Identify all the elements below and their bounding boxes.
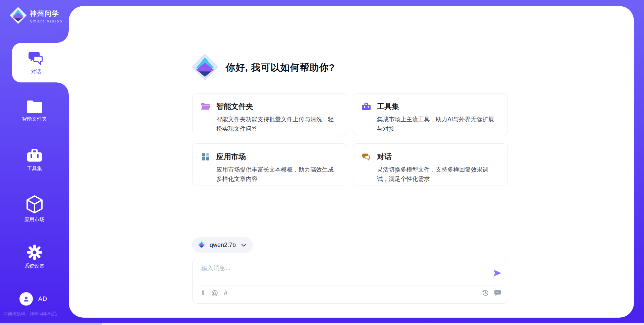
brand-name: 神州问学 xyxy=(30,9,63,18)
model-selector[interactable]: qwen2:7b xyxy=(192,237,253,253)
toolbox-icon xyxy=(26,148,43,163)
brand-logo-icon xyxy=(9,7,27,25)
sidebar-item-chat[interactable]: 对话 xyxy=(12,43,69,82)
composer-toolbar-left: @ # xyxy=(201,289,227,297)
chat-icon xyxy=(28,51,45,66)
folder-icon xyxy=(26,99,43,113)
card-smart-folder[interactable]: 智能文件夹 智能文件夹功能支持批量文件上传与清洗，轻松实现文件问答 xyxy=(192,93,347,135)
chat-icon xyxy=(361,153,371,161)
chevron-down-icon xyxy=(241,244,246,247)
person-icon xyxy=(22,295,30,303)
greeting-row: 你好, 我可以如何帮助你? xyxy=(191,54,335,82)
toolbox-icon xyxy=(361,102,371,111)
message-composer: @ # xyxy=(192,259,508,304)
user-profile[interactable]: AD xyxy=(19,292,47,306)
sidebar-item-label: 工具集 xyxy=(27,166,42,172)
card-title: 智能文件夹 xyxy=(216,102,253,112)
paperclip-icon xyxy=(201,289,206,297)
attachment-button[interactable] xyxy=(201,289,206,297)
mention-button[interactable]: @ xyxy=(211,289,218,297)
user-initials: AD xyxy=(38,296,47,303)
app-logo-icon xyxy=(191,53,219,82)
history-button[interactable] xyxy=(482,289,489,297)
send-button[interactable] xyxy=(493,269,502,278)
sidebar-item-smart-folder[interactable]: 智能文件夹 xyxy=(0,99,69,122)
gear-icon xyxy=(26,244,43,260)
sidebar-item-settings[interactable]: 系统设置 xyxy=(0,244,69,269)
horizontal-scrollbar[interactable] xyxy=(0,323,644,325)
feature-cards: 智能文件夹 智能文件夹功能支持批量文件上传与清洗，轻松实现文件问答 工具集 集成… xyxy=(192,93,508,185)
card-description: 智能文件夹功能支持批量文件上传与清洗，轻松实现文件问答 xyxy=(216,115,338,133)
card-description: 灵活切换多模型文件，支持多样回复效果调试，满足个性化需求 xyxy=(377,165,499,184)
send-icon xyxy=(493,269,502,277)
scrollbar-thumb[interactable] xyxy=(0,323,102,325)
greeting-title: 你好, 我可以如何帮助你? xyxy=(226,61,335,74)
composer-divider xyxy=(199,285,501,285)
cube-icon xyxy=(26,195,43,214)
card-title: 应用市场 xyxy=(216,152,246,162)
message-input[interactable] xyxy=(201,264,483,281)
brand: 神州问学 Smart Vision xyxy=(9,7,63,25)
brand-subtitle: Smart Vision xyxy=(30,19,63,23)
chat-bubble-icon xyxy=(494,289,501,297)
grid-icon xyxy=(201,152,211,161)
card-app-market[interactable]: 应用市场 应用市场提供丰富长文本模板，助力高效生成多样化文章内容 xyxy=(192,143,347,185)
card-toolset[interactable]: 工具集 集成市场上主流工具，助力AI与外界无缝扩展与对接 xyxy=(353,93,508,135)
sidebar-item-label: 智能文件夹 xyxy=(22,116,47,122)
card-title: 工具集 xyxy=(377,102,399,112)
model-logo-icon xyxy=(197,240,206,250)
card-chat[interactable]: 对话 灵活切换多模型文件，支持多样回复效果调试，满足个性化需求 xyxy=(353,143,508,185)
sidebar-item-label: 应用市场 xyxy=(24,216,45,223)
sidebar-item-label: 系统设置 xyxy=(24,263,45,269)
sidebar-footer: ©神州数码 · 神州问学出品 xyxy=(4,311,68,317)
avatar xyxy=(19,292,33,306)
sidebar-item-label: 对话 xyxy=(31,69,41,75)
model-name: qwen2:7b xyxy=(210,242,236,249)
main-content-panel: 你好, 我可以如何帮助你? 智能文件夹 智能文件夹功能支持批量文件上传与清洗，轻… xyxy=(69,6,634,318)
card-description: 应用市场提供丰富长文本模板，助力高效生成多样化文章内容 xyxy=(216,165,338,184)
sidebar-item-app-market[interactable]: 应用市场 xyxy=(0,195,69,223)
card-title: 对话 xyxy=(377,152,392,162)
composer-toolbar-right xyxy=(482,289,501,297)
card-description: 集成市场上主流工具，助力AI与外界无缝扩展与对接 xyxy=(377,115,499,133)
hashtag-button[interactable]: # xyxy=(224,289,227,297)
sidebar-item-toolset[interactable]: 工具集 xyxy=(0,148,69,172)
folder-open-icon xyxy=(201,102,211,111)
chat-bubble-button[interactable] xyxy=(494,289,501,297)
history-icon xyxy=(482,289,489,297)
